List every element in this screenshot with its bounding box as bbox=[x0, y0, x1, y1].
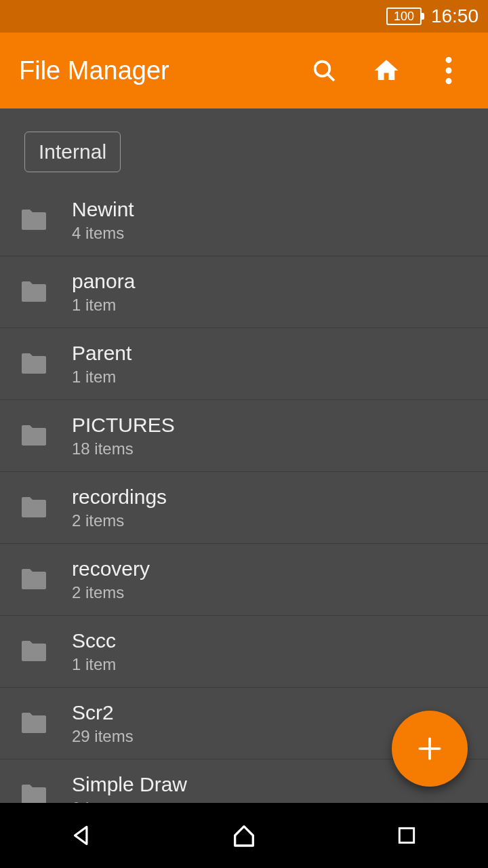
folder-count: 29 items bbox=[72, 727, 134, 746]
folder-list[interactable]: Newint 4 items panora 1 item Parent 1 it… bbox=[0, 184, 488, 803]
folder-icon bbox=[14, 348, 54, 380]
home-button[interactable] bbox=[371, 56, 401, 85]
folder-count: 1 item bbox=[72, 296, 135, 315]
list-item-text: Sccc 1 item bbox=[72, 629, 116, 674]
search-button[interactable] bbox=[309, 56, 339, 85]
list-item-text: Scr2 29 items bbox=[72, 701, 134, 746]
list-item[interactable]: recovery 2 items bbox=[0, 544, 488, 616]
plus-icon bbox=[415, 734, 445, 764]
battery-icon: 100 bbox=[386, 7, 422, 25]
app-title: File Manager bbox=[19, 56, 309, 85]
folder-count: 2 items bbox=[72, 583, 150, 602]
list-item-text: Parent 1 item bbox=[72, 342, 131, 387]
more-vert-icon bbox=[445, 57, 452, 84]
recent-icon bbox=[396, 825, 418, 846]
list-item[interactable]: panora 1 item bbox=[0, 256, 488, 328]
back-icon bbox=[68, 823, 94, 848]
folder-name: recovery bbox=[72, 557, 150, 580]
folder-icon bbox=[14, 204, 54, 237]
breadcrumb-chip-internal[interactable]: Internal bbox=[24, 132, 121, 172]
breadcrumb: Internal bbox=[0, 108, 488, 184]
folder-icon bbox=[14, 420, 54, 452]
folder-name: panora bbox=[72, 270, 135, 293]
list-item-text: panora 1 item bbox=[72, 270, 135, 315]
list-item-text: recordings 2 items bbox=[72, 486, 167, 530]
folder-name: Newint bbox=[72, 198, 134, 221]
folder-icon bbox=[14, 779, 54, 804]
folder-icon bbox=[14, 564, 54, 596]
android-nav-bar bbox=[0, 803, 488, 868]
status-bar: 100 16:50 bbox=[0, 0, 488, 33]
clock: 16:50 bbox=[431, 5, 479, 27]
list-item[interactable]: Sccc 1 item bbox=[0, 616, 488, 688]
folder-icon bbox=[14, 635, 54, 668]
app-bar: File Manager bbox=[0, 33, 488, 108]
folder-name: Parent bbox=[72, 342, 131, 365]
list-item-text: recovery 2 items bbox=[72, 557, 150, 602]
app-bar-actions bbox=[309, 56, 469, 85]
folder-count: 1 item bbox=[72, 655, 116, 674]
nav-home[interactable] bbox=[203, 815, 285, 856]
svg-rect-7 bbox=[399, 828, 413, 842]
nav-back[interactable] bbox=[41, 815, 122, 856]
more-button[interactable] bbox=[434, 56, 464, 85]
folder-count: 1 item bbox=[72, 368, 131, 387]
home-outline-icon bbox=[230, 822, 258, 849]
search-icon bbox=[310, 57, 338, 84]
folder-count: 2 items bbox=[72, 511, 167, 530]
svg-point-3 bbox=[446, 68, 452, 74]
folder-name: PICTURES bbox=[72, 414, 175, 437]
breadcrumb-label: Internal bbox=[39, 140, 106, 163]
list-item-text: PICTURES 18 items bbox=[72, 414, 175, 458]
folder-count: 18 items bbox=[72, 439, 175, 458]
list-item[interactable]: Newint 4 items bbox=[0, 184, 488, 256]
battery-indicator: 100 bbox=[386, 7, 422, 25]
list-item[interactable]: recordings 2 items bbox=[0, 472, 488, 544]
svg-point-4 bbox=[446, 78, 452, 84]
fab-add[interactable] bbox=[392, 711, 468, 787]
svg-point-0 bbox=[315, 62, 330, 77]
svg-line-1 bbox=[327, 74, 334, 81]
folder-icon bbox=[14, 276, 54, 309]
list-item[interactable]: PICTURES 18 items bbox=[0, 400, 488, 472]
folder-icon bbox=[14, 707, 54, 740]
nav-recent[interactable] bbox=[366, 815, 447, 856]
list-item-text: Simple Draw 9 items bbox=[72, 773, 187, 804]
folder-icon bbox=[14, 492, 54, 524]
folder-name: recordings bbox=[72, 486, 167, 509]
home-icon bbox=[372, 56, 401, 85]
folder-name: Simple Draw bbox=[72, 773, 187, 796]
folder-count: 4 items bbox=[72, 224, 134, 243]
battery-level: 100 bbox=[394, 9, 414, 24]
svg-point-2 bbox=[446, 57, 452, 63]
folder-name: Scr2 bbox=[72, 701, 134, 724]
list-item-text: Newint 4 items bbox=[72, 198, 134, 243]
folder-count: 9 items bbox=[72, 799, 187, 804]
folder-name: Sccc bbox=[72, 629, 116, 652]
list-item[interactable]: Parent 1 item bbox=[0, 328, 488, 400]
